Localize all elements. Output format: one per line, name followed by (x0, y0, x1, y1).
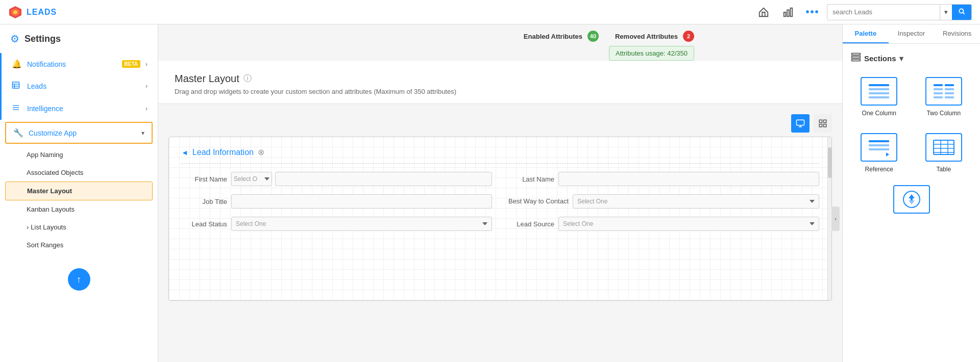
more-icon[interactable]: ••• (804, 4, 821, 20)
svg-rect-30 (945, 84, 954, 86)
tab-inspector[interactable]: Inspector (889, 24, 935, 43)
search-input[interactable] (827, 8, 940, 16)
collapse-handle[interactable]: ‹ (831, 206, 840, 231)
svg-rect-33 (934, 92, 943, 94)
sidebar-item-notifications[interactable]: 🔔 Notifications BETA › (0, 53, 158, 75)
form-row-job-title: Job Title (181, 194, 492, 209)
layout-toolbar (168, 114, 832, 133)
info-icon[interactable]: ⓘ (243, 73, 252, 84)
chart-icon[interactable] (780, 4, 796, 20)
sidebar-item-intelligence[interactable]: Intelligence › (0, 97, 158, 120)
svg-rect-37 (869, 140, 889, 142)
svg-rect-39 (869, 148, 889, 150)
app-logo[interactable]: LEADS (8, 5, 57, 19)
form-row-last-name: Last Name (508, 172, 819, 186)
grid-view-button[interactable] (814, 114, 832, 133)
sidebar-subitem-master-layout[interactable]: Master Layout (5, 182, 153, 200)
list-icon (12, 104, 22, 114)
right-panel-content: Sections ▾ One Column (843, 44, 980, 362)
best-way-contact-field: Select One (573, 194, 819, 209)
lead-status-select[interactable]: Select One (231, 217, 492, 231)
removed-attributes-row: Removed Attributes 2 (615, 31, 694, 42)
palette-item-reference[interactable]: Reference (851, 129, 908, 177)
layout-canvas-area: ◄ Lead Information ⊗ First Name (158, 104, 842, 362)
svg-rect-27 (869, 92, 889, 94)
sidebar-item-notifications-label: Notifications (27, 60, 117, 68)
palette-item-table[interactable]: Table (916, 129, 972, 177)
svg-line-7 (963, 12, 965, 14)
search-bar: ▾ (827, 4, 972, 20)
lead-source-field: Select One (558, 217, 819, 231)
sidebar-item-customize-app[interactable]: 🔧 Customize App ▾ (5, 122, 153, 144)
first-name-select[interactable]: Select O (231, 172, 272, 186)
sidebar-subitem-list-layouts[interactable]: ›List Layouts (0, 218, 158, 236)
best-way-contact-select[interactable]: Select One (573, 194, 819, 209)
svg-marker-40 (886, 152, 889, 157)
last-name-input[interactable] (558, 172, 819, 186)
svg-rect-21 (824, 124, 826, 127)
first-name-label: First Name (181, 175, 227, 183)
search-submit-button[interactable] (952, 5, 971, 20)
svg-rect-26 (869, 88, 889, 90)
sections-dropdown-icon[interactable]: ▾ (899, 54, 903, 63)
palette-item-two-column[interactable]: Two Column (916, 73, 972, 121)
scroll-up-button[interactable]: ↑ (68, 268, 90, 291)
sidebar-item-leads-label: Leads (27, 82, 140, 90)
sidebar-item-leads[interactable]: Leads › (0, 75, 158, 97)
best-way-contact-label: Best Way to Contact (508, 197, 569, 206)
svg-rect-3 (784, 12, 786, 16)
svg-rect-8 (12, 82, 19, 88)
svg-rect-35 (934, 96, 943, 98)
enabled-attributes-label: Enabled Attributes (524, 33, 582, 40)
settings-icon: ⚙ (10, 33, 19, 45)
drag-icon (901, 189, 922, 210)
sidebar-subitem-app-naming[interactable]: App Naming (0, 146, 158, 164)
sidebar-header: ⚙ Settings (0, 33, 158, 53)
right-panel: Palette Inspector Revisions Sections ▾ (842, 24, 980, 362)
chevron-right-icon-2: › (145, 83, 148, 90)
drag-icon-container (851, 185, 972, 214)
sidebar-subitem-associated-objects[interactable]: Associated Objects (0, 164, 158, 182)
svg-rect-25 (869, 84, 889, 86)
two-column-label: Two Column (926, 110, 961, 117)
search-dropdown-button[interactable]: ▾ (940, 5, 952, 20)
attributes-usage: Attributes usage: 42/350 (609, 46, 694, 61)
palette-item-one-column[interactable]: One Column (851, 73, 908, 121)
lead-source-label: Lead Source (508, 220, 554, 228)
scrollbar-thumb (828, 147, 832, 178)
table-label: Table (936, 166, 951, 173)
job-title-input[interactable] (231, 194, 492, 209)
sidebar-subitem-kanban-layouts[interactable]: Kanban Layouts (0, 200, 158, 218)
canvas-scrollbar[interactable] (827, 137, 831, 300)
svg-rect-28 (869, 96, 889, 98)
tab-palette[interactable]: Palette (843, 24, 889, 43)
section-collapse-button[interactable]: ◄ (181, 148, 188, 157)
form-row-lead-status: Lead Status Select One (181, 217, 492, 231)
top-navigation: LEADS ••• ▾ (0, 0, 980, 24)
form-row-first-name: First Name Select O (181, 172, 492, 186)
svg-rect-4 (787, 10, 789, 16)
enabled-attributes-row: Enabled Attributes 40 (524, 31, 599, 42)
reference-label: Reference (865, 166, 893, 173)
tab-revisions[interactable]: Revisions (934, 24, 980, 43)
section-remove-button[interactable]: ⊗ (258, 147, 264, 157)
svg-rect-38 (869, 144, 889, 146)
svg-rect-34 (945, 92, 954, 94)
removed-attributes-label: Removed Attributes (615, 33, 678, 40)
svg-rect-20 (819, 124, 822, 127)
sections-label: Sections (864, 54, 896, 63)
lead-source-select[interactable]: Select One (558, 217, 819, 231)
desktop-view-button[interactable] (791, 114, 810, 133)
two-column-icon (932, 82, 956, 100)
form-row-best-way-contact: Best Way to Contact Select One (508, 194, 819, 209)
sidebar-title: Settings (24, 34, 61, 44)
home-icon[interactable] (755, 4, 772, 20)
sidebar-subitem-sort-ranges[interactable]: Sort Ranges (0, 236, 158, 254)
canvas-background: ◄ Lead Information ⊗ First Name (169, 137, 831, 300)
customize-icon: 🔧 (13, 128, 23, 138)
removed-attributes-badge: 2 (683, 31, 694, 42)
first-name-input[interactable] (275, 172, 492, 186)
content-header: Master Layout ⓘ Drag and drop widgets to… (158, 61, 842, 104)
svg-rect-19 (824, 120, 826, 122)
reference-icon-box (861, 133, 897, 162)
